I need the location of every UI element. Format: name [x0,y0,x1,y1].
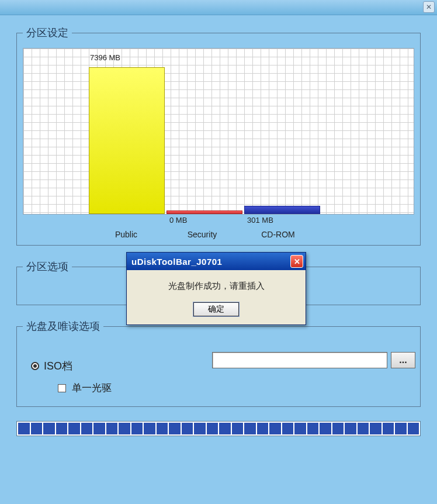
bar-cdrom-value: 301 MB [247,216,273,225]
label-security: Security [164,230,240,239]
iso-radio-label: ISO档 [44,359,72,373]
partition-settings-legend: 分区设定 [23,26,72,40]
single-drive-label: 单一光驱 [72,381,112,395]
browse-button[interactable]: ... [391,352,415,368]
ok-button[interactable]: 确定 [193,302,239,316]
dialog-close-icon[interactable]: ✕ [290,255,303,268]
dialog-titlebar: uDiskToolBar_J0701 ✕ [127,253,306,270]
bar-cdrom [244,206,320,214]
cdrom-options-legend: 光盘及唯读选项 [23,319,103,333]
bar-security-value: 0 MB [169,216,187,225]
label-cdrom: CD-ROM [240,230,316,239]
bar-security [167,210,242,214]
radio-icon [31,362,39,370]
cdrom-options-group: 光盘及唯读选项 ISO档 单一光驱 ... [16,319,421,407]
bar-public [89,67,165,214]
chart-grid [23,49,414,214]
dialog-title: uDiskToolBar_J0701 [131,257,222,267]
window-titlebar: ✕ [0,0,437,15]
close-icon[interactable]: ✕ [423,1,435,13]
progress-bar [16,421,421,436]
partition-settings-group: 分区设定 7396 MB 0 MB 301 MB Public Security… [16,26,421,246]
single-drive-checkbox-row[interactable]: 单一光驱 [58,381,411,395]
bar-public-value: 7396 MB [90,53,120,62]
message-dialog: uDiskToolBar_J0701 ✕ 光盘制作成功，请重插入 确定 [126,252,306,325]
dialog-message: 光盘制作成功，请重插入 [133,281,300,292]
partition-options-legend: 分区选项 [23,260,72,274]
label-public: Public [88,230,164,239]
iso-path-input[interactable] [212,352,387,368]
partition-chart: 7396 MB 0 MB 301 MB [23,48,414,215]
checkbox-icon [58,384,66,392]
